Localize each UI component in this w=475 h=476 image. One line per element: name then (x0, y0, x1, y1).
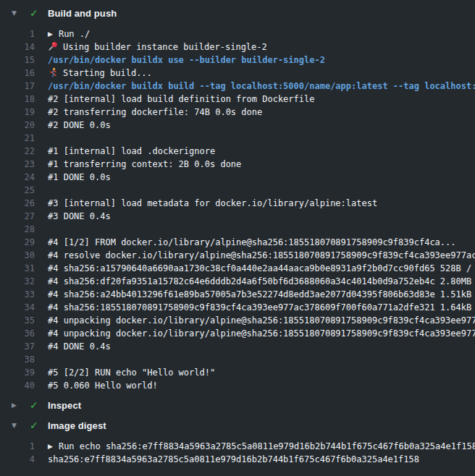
log-line-number[interactable]: 24 (0, 171, 35, 184)
log-line-number[interactable]: 15 (0, 54, 35, 67)
log-line-message: #4 sha256:185518070891758909c9f839cf4ca3… (48, 302, 475, 313)
expand-command-play-icon[interactable]: ▶ (48, 440, 53, 453)
chevron-right-icon: ▶ (12, 401, 21, 410)
log-line-number[interactable]: 20 (0, 119, 35, 132)
log-line-message: #1 [internal] load .dockerignore (48, 146, 215, 156)
log-line-number[interactable]: 36 (0, 327, 35, 340)
log-line-number[interactable]: 32 (0, 275, 35, 288)
log-group-title: Inspect (48, 400, 81, 411)
log-line-number[interactable]: 26 (0, 197, 35, 210)
log-group-lines: 1▶Run echo sha256:e7ff8834a5963a2785c5a0… (0, 440, 475, 466)
log-line-number[interactable]: 35 (0, 314, 35, 327)
log-line-message: /usr/bin/docker buildx build --tag local… (48, 81, 475, 91)
log-line-text: sha256:e7ff8834a5963a2785c5a0811e979d16b… (35, 453, 419, 466)
log-line-number[interactable]: 21 (0, 132, 35, 145)
log-line: 32#4 sha256:df20fa9351a15782c64e6dddb2d4… (0, 275, 475, 288)
log-line-text: /usr/bin/docker buildx build --tag local… (35, 80, 475, 93)
log-line-text: Using builder instance builder-single-2 (35, 41, 267, 54)
log-line: 38 (0, 353, 475, 366)
log-line-number[interactable]: 29 (0, 236, 35, 249)
log-line: 26#3 [internal] load metadata for docker… (0, 197, 475, 210)
log-line-number[interactable]: 27 (0, 210, 35, 223)
log-line-number[interactable]: 17 (0, 80, 35, 93)
log-line: 1▶Run ./ (0, 27, 475, 41)
chevron-down-icon: ▼ (12, 421, 21, 430)
log-line: 17/usr/bin/docker buildx build --tag loc… (0, 80, 475, 93)
log-line-number[interactable]: 31 (0, 262, 35, 275)
log-line-message: #4 unpacking docker.io/library/alpine@sh… (48, 328, 475, 339)
log-line-number[interactable]: 25 (0, 184, 35, 197)
log-line-number[interactable]: 1 (0, 440, 35, 453)
log-line-number[interactable]: 38 (0, 353, 35, 366)
log-group-header-build-and-push[interactable]: ▼✓Build and push (0, 6, 475, 20)
log-line: 36#4 unpacking docker.io/library/alpine@… (0, 327, 475, 340)
log-line-number[interactable]: 14 (0, 41, 35, 54)
log-line-text: #1 [internal] load .dockerignore (35, 145, 215, 158)
log-line-number[interactable]: 19 (0, 106, 35, 119)
log-line: 4sha256:e7ff8834a5963a2785c5a0811e979d16… (0, 453, 475, 466)
log-line-message: #4 resolve docker.io/library/alpine@sha2… (48, 250, 475, 260)
log-line-number[interactable]: 22 (0, 145, 35, 158)
expand-command-play-icon[interactable]: ▶ (48, 27, 53, 41)
log-line-text: #1 DONE 0.0s (35, 171, 111, 184)
log-line: 22#1 [internal] load .dockerignore (0, 145, 475, 158)
log-line-number[interactable]: 33 (0, 288, 35, 301)
log-line-text: #2 DONE 0.0s (35, 119, 111, 132)
runner-icon (48, 67, 58, 77)
log-line-message: #2 DONE 0.0s (48, 120, 111, 130)
log-line-number[interactable]: 34 (0, 301, 35, 314)
log-line-number[interactable]: 1 (0, 27, 35, 41)
log-line-number[interactable]: 4 (0, 453, 35, 466)
log-line-text: #4 sha256:a15790640a6690aa1730c38cf0a440… (35, 262, 475, 275)
log-line: 33#4 sha256:a24bb4013296f61e89ba57005a7b… (0, 288, 475, 301)
log-line: 27#3 DONE 0.4s (0, 210, 475, 223)
log-group-header-image-digest[interactable]: ▼✓Image digest (0, 418, 475, 433)
log-line-text: #2 transferring dockerfile: 74B 0.0s don… (35, 106, 262, 119)
success-check-icon: ✓ (30, 420, 41, 431)
log-line-message: #4 sha256:df20fa9351a15782c64e6dddb2d4a6… (48, 276, 475, 286)
log-line-number[interactable]: 39 (0, 366, 35, 379)
log-line-message: #4 sha256:a24bb4013296f61e89ba57005a7b3e… (48, 289, 475, 299)
log-line: 30#4 resolve docker.io/library/alpine@sh… (0, 249, 475, 262)
log-line: 35#4 unpacking docker.io/library/alpine@… (0, 314, 475, 327)
log-line-message: Run echo sha256:e7ff8834a5963a2785c5a081… (59, 441, 475, 451)
log-line-message: sha256:e7ff8834a5963a2785c5a0811e979d16b… (48, 454, 419, 464)
log-line-message: Starting build... (63, 68, 152, 78)
log-line-message: #4 unpacking docker.io/library/alpine@sh… (48, 315, 475, 326)
log-line-number[interactable]: 30 (0, 249, 35, 262)
log-line: 21 (0, 132, 475, 145)
log-line-text (35, 132, 48, 145)
log-line: 28 (0, 223, 475, 236)
log-line-number[interactable]: 16 (0, 67, 35, 80)
log-line-message: #2 [internal] load build definition from… (48, 94, 314, 104)
log-line-text: Starting build... (35, 67, 152, 80)
log-line-text: #3 [internal] load metadata for docker.i… (35, 197, 377, 210)
log-line-text: #5 0.060 Hello world! (35, 379, 158, 392)
log-line-number[interactable]: 37 (0, 340, 35, 353)
log-line-text: #4 [1/2] FROM docker.io/library/alpine@s… (35, 236, 456, 249)
log-group-title: Build and push (48, 8, 117, 19)
log-line-text: #1 transferring context: 2B 0.0s done (35, 158, 241, 171)
pushpin-icon (48, 41, 58, 51)
log-line: 18#2 [internal] load build definition fr… (0, 93, 475, 106)
log-line-number[interactable]: 23 (0, 158, 35, 171)
log-line-message: Run ./ (59, 29, 90, 39)
log-line-message: /usr/bin/docker buildx use --builder bui… (48, 55, 325, 65)
log-group-header-inspect[interactable]: ▶✓Inspect (0, 398, 475, 412)
log-line-text (35, 184, 48, 197)
log-line: 20#2 DONE 0.0s (0, 119, 475, 132)
log-line-message: #4 sha256:a15790640a6690aa1730c38cf0a440… (48, 263, 475, 273)
log-line-text: #4 sha256:df20fa9351a15782c64e6dddb2d4a6… (35, 275, 475, 288)
log-line-text: #4 unpacking docker.io/library/alpine@sh… (35, 314, 475, 327)
log-line-text: ▶Run ./ (35, 27, 90, 41)
log-line: 19#2 transferring dockerfile: 74B 0.0s d… (0, 106, 475, 119)
log-line: 23#1 transferring context: 2B 0.0s done (0, 158, 475, 171)
actions-log-viewer: ▼✓Build and push1▶Run ./14Using builder … (0, 0, 475, 476)
log-line-number[interactable]: 40 (0, 379, 35, 392)
log-line-text: ▶Run echo sha256:e7ff8834a5963a2785c5a08… (35, 440, 475, 453)
log-line-message: #4 [1/2] FROM docker.io/library/alpine@s… (48, 237, 456, 247)
log-line-number[interactable]: 28 (0, 223, 35, 236)
log-line-number[interactable]: 18 (0, 93, 35, 106)
log-line: 16Starting build... (0, 67, 475, 80)
log-line-text: /usr/bin/docker buildx use --builder bui… (35, 54, 325, 67)
